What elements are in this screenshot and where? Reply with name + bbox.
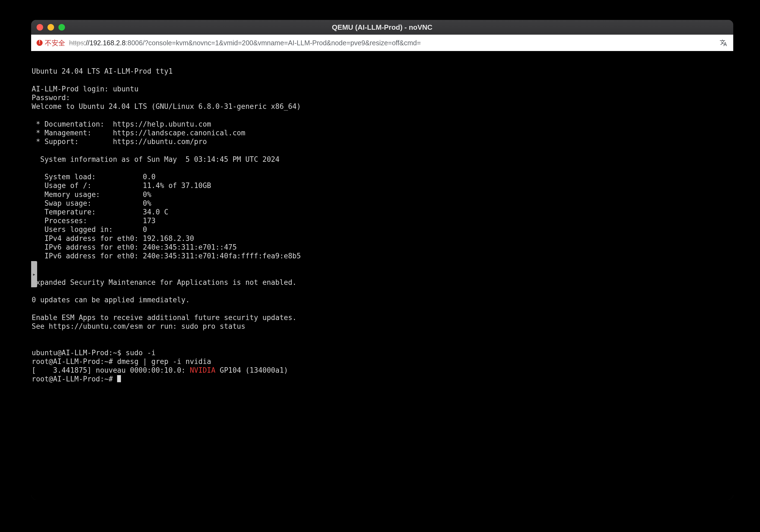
url-host: ://192.168.2.8 — [84, 39, 125, 47]
app-window: QEMU (AI-LLM-Prod) - noVNC 不安全 https://1… — [31, 20, 733, 500]
term-line: Ubuntu 24.04 LTS AI-LLM-Prod tty1 — [32, 67, 173, 75]
window-minimize-button[interactable] — [48, 24, 54, 30]
dmesg-nvidia: NVIDIA — [190, 366, 215, 374]
term-line: root@AI-LLM-Prod:~# dmesg | grep -i nvid… — [32, 357, 211, 366]
term-line: Processes: 173 — [32, 217, 156, 225]
titlebar: QEMU (AI-LLM-Prod) - noVNC — [31, 20, 733, 35]
url-path: :8006/?console=kvm&novnc=1&vmid=200&vmna… — [125, 39, 421, 47]
term-line: Swap usage: 0% — [32, 199, 151, 207]
term-line: Enable ESM Apps to receive additional fu… — [32, 313, 297, 322]
term-line: IPv6 address for eth0: 240e:345:311:e701… — [32, 243, 237, 251]
novnc-sidebar-toggle[interactable]: ▸ — [31, 261, 37, 287]
term-line: Expanded Security Maintenance for Applic… — [32, 278, 297, 287]
translate-icon[interactable] — [719, 38, 728, 47]
term-line: System load: 0.0 — [32, 173, 156, 181]
term-line: Temperature: 34.0 C — [32, 208, 168, 216]
term-line: See https://ubuntu.com/esm or run: sudo … — [32, 322, 245, 331]
term-line: ubuntu@AI-LLM-Prod:~$ sudo -i — [32, 349, 156, 357]
term-line: System information as of Sun May 5 03:14… — [32, 155, 280, 163]
term-line: * Support: https://ubuntu.com/pro — [32, 138, 207, 146]
term-line: 0 updates can be applied immediately. — [32, 296, 190, 304]
term-line: * Documentation: https://help.ubuntu.com — [32, 120, 211, 128]
url-protocol: https — [69, 39, 84, 47]
traffic-lights — [37, 24, 65, 30]
term-line: AI-LLM-Prod login: ubuntu — [32, 85, 138, 93]
terminal-viewport[interactable]: Ubuntu 24.04 LTS AI-LLM-Prod tty1 AI-LLM… — [31, 51, 733, 500]
insecure-label: 不安全 — [45, 38, 65, 47]
chevron-right-icon: ▸ — [32, 271, 36, 278]
term-line: Users logged in: 0 — [32, 225, 147, 234]
term-line: IPv4 address for eth0: 192.168.2.30 — [32, 234, 194, 243]
term-line: Password: — [32, 94, 70, 102]
term-line: * Management: https://landscape.canonica… — [32, 129, 245, 137]
prompt-text: root@AI-LLM-Prod:~# — [32, 375, 117, 383]
cursor — [117, 375, 121, 382]
window-close-button[interactable] — [37, 24, 43, 30]
term-line: Memory usage: 0% — [32, 191, 151, 199]
term-line: [ 3.441875] nouveau 0000:00:10.0: NVIDIA… — [32, 366, 288, 374]
url-bar[interactable]: 不安全 https://192.168.2.8:8006/?console=kv… — [31, 35, 733, 51]
url-text[interactable]: https://192.168.2.8:8006/?console=kvm&no… — [69, 39, 715, 47]
window-title: QEMU (AI-LLM-Prod) - noVNC — [31, 23, 733, 32]
window-maximize-button[interactable] — [58, 24, 65, 30]
term-line: Usage of /: 11.4% of 37.10GB — [32, 181, 211, 190]
insecure-badge[interactable]: 不安全 — [37, 38, 65, 47]
dmesg-prefix: [ 3.441875] nouveau 0000:00:10.0: — [32, 366, 190, 374]
term-line: IPv6 address for eth0: 240e:345:311:e701… — [32, 252, 301, 260]
term-line: Welcome to Ubuntu 24.04 LTS (GNU/Linux 6… — [32, 102, 301, 111]
warning-icon — [37, 40, 43, 46]
term-prompt-current: root@AI-LLM-Prod:~# — [32, 375, 121, 383]
dmesg-suffix: GP104 (134000a1) — [215, 366, 288, 374]
